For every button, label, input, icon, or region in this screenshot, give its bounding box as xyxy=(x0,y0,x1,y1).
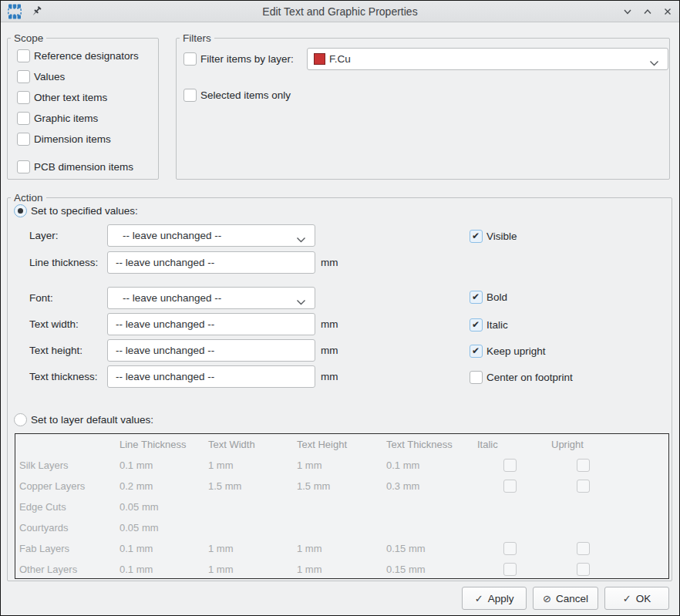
table-italic-checkbox[interactable] xyxy=(503,542,517,555)
check-icon: ✓ xyxy=(475,594,483,604)
table-upright-checkbox[interactable] xyxy=(577,480,590,493)
table-cell: 0.15 mm xyxy=(386,559,426,580)
filter-by-layer-checkbox[interactable] xyxy=(183,52,197,66)
table-row-name: Silk Layers xyxy=(19,455,69,476)
apply-button-label: Apply xyxy=(488,593,514,604)
table-upright-checkbox[interactable] xyxy=(577,459,590,472)
cancel-button[interactable]: ⊘ Cancel xyxy=(533,587,598,610)
ok-button[interactable]: ✓ OK xyxy=(604,587,669,610)
table-header-row: Line ThicknessText WidthText HeightText … xyxy=(15,434,668,455)
text-thickness-value: -- leave unchanged -- xyxy=(116,371,214,382)
scope-checkbox-label: PCB dimension items xyxy=(34,160,133,173)
table-italic-checkbox[interactable] xyxy=(503,459,517,472)
text-thickness-unit: mm xyxy=(321,370,338,383)
set-specified-values-label: Set to specified values: xyxy=(31,204,138,217)
table-upright-checkbox[interactable] xyxy=(577,563,590,576)
close-icon[interactable] xyxy=(662,6,673,17)
table-upright-checkbox[interactable] xyxy=(577,542,590,555)
scope-group: Scope Reference designatorsValuesOther t… xyxy=(7,38,159,180)
filters-group-label: Filters xyxy=(180,32,214,45)
line-thickness-label: Line thickness: xyxy=(29,256,98,269)
action-group-label: Action xyxy=(11,191,46,204)
text-width-value: -- leave unchanged -- xyxy=(116,318,214,330)
action-group: Action Set to specified values: Layer: -… xyxy=(7,197,672,581)
font-label: Font: xyxy=(29,291,53,305)
dialog-window: Edit Text and Graphic Properties Scope R… xyxy=(0,0,680,616)
layer-color-swatch xyxy=(314,53,325,65)
italic-checkbox[interactable] xyxy=(470,318,483,332)
layer-select[interactable]: -- leave unchanged -- xyxy=(107,224,315,247)
table-cell: 0.15 mm xyxy=(386,538,426,559)
selected-items-only-label: Selected items only xyxy=(200,89,291,102)
line-thickness-input[interactable]: -- leave unchanged -- xyxy=(107,251,315,274)
text-height-value: -- leave unchanged -- xyxy=(116,345,214,356)
text-width-input[interactable]: -- leave unchanged -- xyxy=(107,313,315,335)
table-cell: 0.05 mm xyxy=(120,517,159,538)
scope-checkbox[interactable] xyxy=(17,70,30,83)
scope-checkbox-label: Graphic items xyxy=(34,112,98,125)
table-row-name: Edge Cuts xyxy=(19,497,66,517)
text-width-label: Text width: xyxy=(29,318,79,331)
table-cell: 1 mm xyxy=(297,455,322,476)
set-layer-defaults-radio[interactable] xyxy=(14,413,27,426)
pin-icon[interactable] xyxy=(30,5,42,18)
font-select[interactable]: -- leave unchanged -- xyxy=(107,287,315,309)
table-row: Copper Layers0.2 mm1.5 mm1.5 mm0.3 mm xyxy=(15,476,668,497)
keep-upright-checkbox[interactable] xyxy=(470,345,483,358)
layer-filter-value: F.Cu xyxy=(329,53,351,65)
scope-checkbox[interactable] xyxy=(17,112,30,125)
table-cell: 0.1 mm xyxy=(386,455,419,476)
table-row: Other Layers0.1 mm1 mm1 mm0.15 mm xyxy=(15,559,668,580)
layer-defaults-table: Line ThicknessText WidthText HeightText … xyxy=(15,433,669,579)
table-italic-checkbox[interactable] xyxy=(503,563,517,576)
titlebar: Edit Text and Graphic Properties xyxy=(1,1,679,22)
table-cell: 1 mm xyxy=(208,538,234,559)
text-thickness-input[interactable]: -- leave unchanged -- xyxy=(107,365,315,388)
bold-checkbox[interactable] xyxy=(470,291,483,304)
table-row-name: Other Layers xyxy=(19,559,77,580)
scope-checkbox[interactable] xyxy=(17,160,30,173)
cancel-icon: ⊘ xyxy=(543,594,551,604)
table-row: Silk Layers0.1 mm1 mm1 mm0.1 mm xyxy=(15,455,668,476)
center-on-footprint-checkbox[interactable] xyxy=(470,371,483,384)
filter-by-layer-label: Filter items by layer: xyxy=(200,52,294,66)
check-icon: ✓ xyxy=(623,594,631,604)
table-cell: 0.1 mm xyxy=(120,559,153,580)
scope-checkbox-label: Other text items xyxy=(34,91,107,104)
scope-checkbox[interactable] xyxy=(17,133,30,146)
chevron-down-icon xyxy=(649,57,659,69)
table-cell: 1.5 mm xyxy=(208,476,241,497)
visible-checkbox[interactable] xyxy=(470,230,483,243)
text-height-label: Text height: xyxy=(29,344,82,357)
text-height-input[interactable]: -- leave unchanged -- xyxy=(107,339,315,362)
line-thickness-value: -- leave unchanged -- xyxy=(116,257,214,268)
ok-button-label: OK xyxy=(636,593,651,604)
table-header-cell: Text Height xyxy=(297,434,347,455)
scope-checkbox-label: Values xyxy=(34,70,65,83)
visible-label: Visible xyxy=(486,230,517,243)
text-thickness-label: Text thickness: xyxy=(29,370,98,383)
table-cell: 1 mm xyxy=(297,559,322,580)
text-height-unit: mm xyxy=(321,344,338,357)
table-row: Edge Cuts0.05 mm xyxy=(15,497,668,517)
table-header-cell: Upright xyxy=(551,434,584,455)
shade-icon[interactable] xyxy=(622,6,633,17)
table-row-name: Courtyards xyxy=(19,517,69,538)
table-cell: 0.2 mm xyxy=(120,476,153,497)
set-specified-values-radio[interactable] xyxy=(14,204,27,217)
selected-items-only-checkbox[interactable] xyxy=(183,89,197,102)
apply-button[interactable]: ✓ Apply xyxy=(462,587,527,610)
scope-checkbox[interactable] xyxy=(17,91,30,104)
chevron-down-icon xyxy=(296,296,306,308)
table-italic-checkbox[interactable] xyxy=(503,480,517,493)
scope-checkbox[interactable] xyxy=(17,49,30,62)
table-cell: 0.3 mm xyxy=(386,476,419,497)
layer-filter-combobox[interactable]: F.Cu xyxy=(307,48,668,70)
table-header-cell: Text Thickness xyxy=(386,434,453,455)
unshade-icon[interactable] xyxy=(642,6,653,17)
filters-group: Filters Filter items by layer: F.Cu Sele… xyxy=(176,38,670,180)
keep-upright-label: Keep upright xyxy=(486,345,546,358)
set-layer-defaults-label: Set to layer default values: xyxy=(31,413,153,426)
layer-select-value: -- leave unchanged -- xyxy=(123,230,221,241)
table-row: Courtyards0.05 mm xyxy=(15,517,668,538)
